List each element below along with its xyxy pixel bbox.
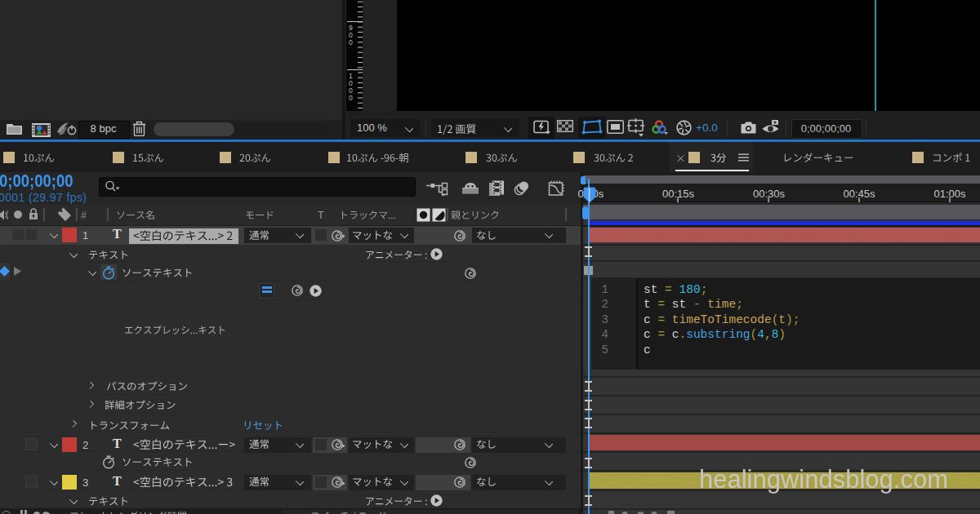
svg-text:0: 0 bbox=[349, 38, 353, 47]
svg-text:0: 0 bbox=[349, 94, 353, 102]
